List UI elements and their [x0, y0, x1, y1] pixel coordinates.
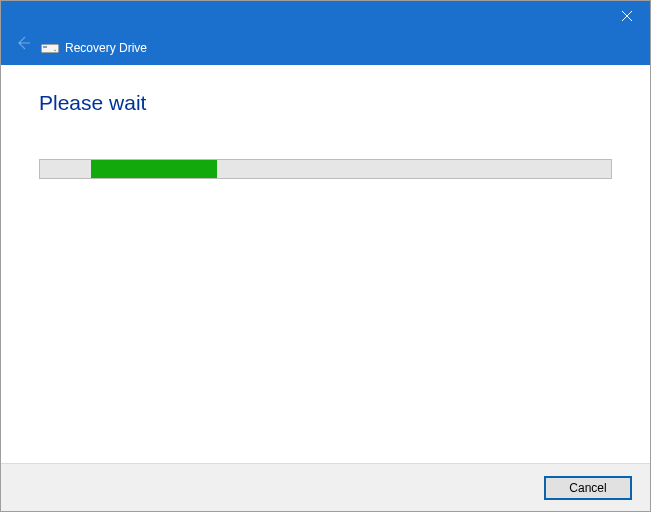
bottom-bar: Cancel — [1, 463, 650, 511]
page-heading: Please wait — [39, 91, 612, 115]
progress-bar-fill — [91, 160, 217, 178]
window-title: Recovery Drive — [65, 41, 147, 55]
content-area: Please wait — [1, 65, 650, 179]
svg-rect-3 — [42, 45, 59, 53]
svg-point-5 — [54, 50, 56, 52]
drive-icon — [41, 41, 59, 55]
svg-rect-4 — [43, 46, 47, 48]
close-button[interactable] — [604, 1, 650, 31]
back-button — [15, 35, 31, 55]
titlebar: Recovery Drive — [1, 1, 650, 65]
cancel-button[interactable]: Cancel — [544, 476, 632, 500]
progress-bar-track — [39, 159, 612, 179]
title-group: Recovery Drive — [41, 41, 147, 55]
close-icon — [622, 7, 632, 25]
back-arrow-icon — [15, 35, 31, 55]
